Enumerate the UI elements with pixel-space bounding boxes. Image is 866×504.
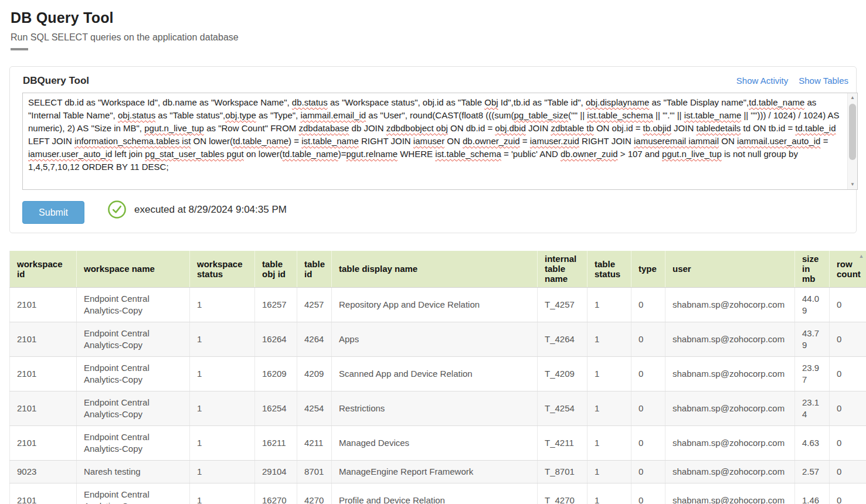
panel-links: Show Activity Show Tables [736,76,848,86]
table-cell: shabnam.sp@zohocorp.com [665,391,795,425]
table-cell: 8701 [297,460,332,483]
table-cell: 1 [190,460,255,483]
column-header: workspace id [10,251,77,287]
execution-status: executed at 8/29/2024 9:04:35 PM [134,204,287,216]
table-cell: Profile and Device Relation [332,483,538,504]
table-cell: 0 [631,460,665,483]
column-header: size in mb [795,251,830,287]
table-cell: 1 [190,483,255,504]
scroll-down-arrow[interactable]: ▼ [848,180,857,189]
table-cell: Endpoint Central Analytics-Copy [77,483,190,504]
table-cell: shabnam.sp@zohocorp.com [665,322,795,356]
table-cell: shabnam.sp@zohocorp.com [665,356,795,391]
table-cell: T_4254 [538,391,587,425]
table-cell: 0 [631,425,665,460]
table-cell: shabnam.sp@zohocorp.com [665,287,795,322]
table-cell: 4209 [297,356,332,391]
table-cell: 1 [587,460,631,483]
table-cell: 1 [190,322,255,356]
table-cell: T_4209 [538,356,587,391]
table-cell: 44.09 [795,287,830,322]
table-cell: 0 [631,287,665,322]
table-cell: 1 [587,322,631,356]
table-cell: Repository App and Device Relation [332,287,538,322]
table-cell: 4.63 [795,425,830,460]
show-tables-link[interactable]: Show Tables [799,76,848,86]
table-cell: 0 [631,483,665,504]
table-cell: Managed Devices [332,425,538,460]
table-cell: T_4211 [538,425,587,460]
table-cell: 0 [830,391,866,425]
column-header: user [665,251,795,287]
column-header: table id [297,251,332,287]
table-row: 2101Endpoint Central Analytics-Copy11625… [10,391,866,425]
page-subtitle: Run SQL SELECT queries on the applicatio… [11,32,239,43]
table-cell: 4270 [297,483,332,504]
table-cell: 1 [587,425,631,460]
table-cell: Restrictions [332,391,538,425]
db-query-tool-page: DB Query Tool Run SQL SELECT queries on … [0,0,866,504]
table-cell: 2101 [10,391,77,425]
scroll-up-arrow[interactable]: ▲ [848,93,857,103]
table-cell: ManageEngine Report Framework [332,460,538,483]
table-cell: 0 [830,425,866,460]
show-activity-link[interactable]: Show Activity [736,76,788,86]
table-cell: 2101 [10,425,77,460]
query-scrollbar[interactable]: ▲ ▼ [847,93,857,189]
table-cell: shabnam.sp@zohocorp.com [665,460,795,483]
scrollbar-thumb[interactable] [849,104,856,160]
column-header: workspace name [77,251,190,287]
sql-query-input[interactable]: SELECT db.id as "Workspace Id", db.name … [22,93,858,190]
table-cell: Apps [332,322,538,356]
panel-title: DBQuery Tool [23,75,89,87]
table-cell: Naresh testing [77,460,190,483]
table-cell: T_8701 [538,460,587,483]
table-cell: 0 [631,322,665,356]
table-cell: Endpoint Central Analytics-Copy [77,391,190,425]
table-cell: T_4270 [538,483,587,504]
table-cell: 2101 [10,322,77,356]
table-cell: 23.97 [795,356,830,391]
table-row: 2101Endpoint Central Analytics-Copy11621… [10,425,866,460]
table-cell: T_4264 [538,322,587,356]
table-cell: shabnam.sp@zohocorp.com [665,425,795,460]
table-cell: Endpoint Central Analytics-Copy [77,287,190,322]
table-cell: 16270 [255,483,297,504]
table-cell: 0 [830,483,866,504]
table-cell: 1.46 [795,483,830,504]
table-cell: Endpoint Central Analytics-Copy [77,425,190,460]
column-header: workspace status [190,251,255,287]
table-cell: 16211 [255,425,297,460]
column-header: table display name [332,251,538,287]
table-cell: 0 [830,287,866,322]
table-scroll-up-arrow[interactable]: ▲ [858,253,865,260]
table-header-row: workspace idworkspace nameworkspace stat… [10,251,866,287]
table-cell: 4254 [297,391,332,425]
table-cell: 0 [830,460,866,483]
table-cell: 0 [631,356,665,391]
table-row: 2101Endpoint Central Analytics-Copy11626… [10,322,866,356]
table-cell: 2101 [10,483,77,504]
submit-button[interactable]: Submit [22,201,84,224]
table-cell: T_4257 [538,287,587,322]
table-cell: shabnam.sp@zohocorp.com [665,483,795,504]
table-row: 2101Endpoint Central Analytics-Copy11625… [10,287,866,322]
sql-query-text[interactable]: SELECT db.id as "Workspace Id", db.name … [23,93,847,189]
results-table-container: workspace idworkspace nameworkspace stat… [9,251,866,504]
table-cell: 1 [587,391,631,425]
column-header: internal table name [538,251,587,287]
table-cell: 1 [587,287,631,322]
table-cell: 2.57 [795,460,830,483]
table-cell: 2101 [10,356,77,391]
table-cell: 16209 [255,356,297,391]
table-row: 2101Endpoint Central Analytics-Copy11620… [10,356,866,391]
table-cell: 2101 [10,287,77,322]
table-cell: 16264 [255,322,297,356]
table-cell: 0 [830,356,866,391]
table-row: 9023Naresh testing1291048701ManageEngine… [10,460,866,483]
header-divider [11,48,28,50]
table-cell: 43.79 [795,322,830,356]
column-header: table status [587,251,631,287]
page-title: DB Query Tool [11,9,114,26]
check-circle-icon [107,200,127,219]
